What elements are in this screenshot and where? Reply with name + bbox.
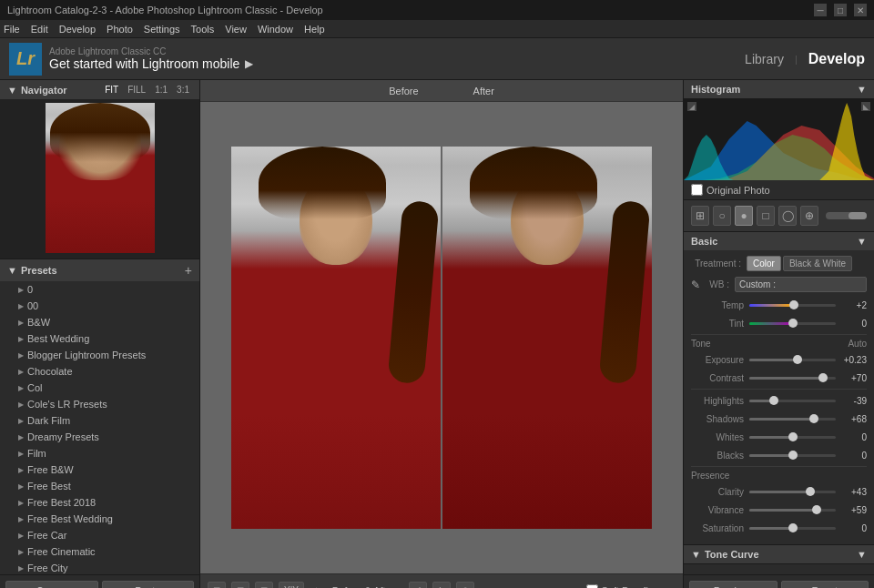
auto-tone-button[interactable]: Auto [848,339,867,349]
survey-view-button[interactable]: Y|Y [279,582,304,588]
tint-value: 0 [839,319,867,329]
close-button[interactable]: ✕ [854,4,867,16]
tone-curve-section: ▼ Tone Curve ▼ [684,545,874,564]
crop-tool-icon[interactable]: ⊞ [691,206,709,226]
list-item[interactable]: ▶Free Cinematic [0,543,199,560]
list-item[interactable]: ▶Free Best 2018 [0,494,199,511]
list-item[interactable]: ▶Free Best Wedding [0,511,199,527]
library-nav[interactable]: Library [745,52,784,66]
zoom-fill[interactable]: FILL [125,84,148,96]
navigator-collapse-icon[interactable]: ▼ [7,85,17,96]
maximize-button[interactable]: □ [834,4,847,16]
zoom-fit[interactable]: FIT [102,84,121,96]
wb-selector[interactable]: Custom : [735,277,867,292]
adjustment-brush-icon[interactable]: ⊕ [800,206,818,226]
shadows-slider[interactable] [749,418,836,421]
list-item[interactable]: ▶Chocolate [0,363,199,380]
zoom-1-1[interactable]: 1:1 [152,84,170,96]
list-item[interactable]: ▶Free Car [0,527,199,543]
list-item[interactable]: ▶Free Best [0,478,199,494]
left-panel: ▼ Navigator FIT FILL 1:1 3:1 [0,80,200,588]
menu-edit[interactable]: Edit [31,24,48,35]
list-item[interactable]: ▶Dark Film [0,412,199,429]
before-after-toggle-button[interactable]: ⇆ [432,582,451,588]
original-photo-checkbox[interactable] [691,184,703,196]
compare-view-button[interactable]: ⊠ [255,582,273,588]
red-eye-icon[interactable]: ● [735,206,753,226]
tone-curve-collapse-icon[interactable]: ▼ [691,549,701,560]
whites-slider[interactable] [749,436,836,439]
blacks-label: Blacks [691,451,744,461]
blacks-slider[interactable] [749,454,836,457]
tone-curve-header: ▼ Tone Curve ▼ [684,545,874,563]
whites-label: Whites [691,432,744,442]
exposure-value: +0.23 [839,355,867,365]
menu-view[interactable]: View [225,24,247,35]
list-item[interactable]: ▶Film [0,445,199,461]
zoom-3-1[interactable]: 3:1 [174,84,192,96]
previous-button[interactable]: Previous [689,581,777,588]
list-item[interactable]: ▶B&W [0,314,199,330]
radial-filter-icon[interactable]: ◯ [778,206,797,226]
menu-settings[interactable]: Settings [144,24,180,35]
list-item[interactable]: ▶Dreamy Presets [0,429,199,445]
vibrance-slider[interactable] [749,509,836,512]
highlights-slider[interactable] [749,400,836,402]
minimize-button[interactable]: ─ [814,4,827,16]
reset-button[interactable]: Reset [781,581,869,588]
shadows-slider-row: Shadows +68 [691,411,867,426]
histogram-collapse-icon[interactable]: ▼ [857,84,867,95]
menu-develop[interactable]: Develop [59,24,96,35]
soft-proofing-checkbox[interactable] [586,584,598,588]
list-item[interactable]: ▶Best Wedding [0,330,199,347]
basic-collapse-icon[interactable]: ▼ [857,236,867,247]
vibrance-value: +59 [839,505,867,515]
window-controls[interactable]: ─ □ ✕ [814,4,867,16]
spot-removal-icon[interactable]: ○ [713,206,731,226]
clarity-slider[interactable] [749,491,836,493]
menu-file[interactable]: File [4,24,20,35]
list-item[interactable]: ▶Col [0,380,199,396]
navigator-title: ▼ Navigator [7,85,67,96]
presets-list: ▶0 ▶00 ▶B&W ▶Best Wedding ▶Blogger Light… [0,281,199,574]
menu-window[interactable]: Window [258,24,293,35]
tint-label: Tint [691,319,744,329]
list-item[interactable]: ▶Free City [0,560,199,574]
tone-curve-expand-icon[interactable]: ▼ [857,549,867,560]
play-icon[interactable]: ▶ [245,57,253,70]
contrast-slider[interactable] [749,377,836,380]
copy-button[interactable]: Copy... [5,581,98,588]
panel-slider[interactable] [826,212,867,219]
add-preset-button[interactable]: + [185,263,192,278]
paste-button[interactable]: Paste [102,581,195,588]
copy-settings-button[interactable]: ⊕ [456,582,474,588]
menu-photo[interactable]: Photo [107,24,133,35]
exposure-slider[interactable] [749,359,836,361]
color-treatment-button[interactable]: Color [747,256,781,271]
menu-help[interactable]: Help [304,24,325,35]
presets-collapse-icon[interactable]: ▼ [7,265,17,276]
list-item[interactable]: ▶Cole's LR Presets [0,396,199,412]
loupe-view-button[interactable]: ⊟ [231,582,249,588]
list-item[interactable]: ▶00 [0,298,199,314]
before-after-swap-button[interactable]: ⇄ [409,582,427,588]
list-item[interactable]: ▶Blogger Lightroom Presets [0,347,199,363]
clarity-label: Clarity [691,487,744,497]
presets-header: ▼ Presets + [0,259,199,281]
list-item[interactable]: ▶Free B&W [0,461,199,478]
menu-tools[interactable]: Tools [191,24,215,35]
list-item[interactable]: ▶0 [0,281,199,298]
navigator-panel: ▼ Navigator FIT FILL 1:1 3:1 [0,80,199,259]
mobile-prompt-text: Get started with Lightroom mobile [49,56,239,71]
contrast-label: Contrast [691,373,744,383]
temp-slider[interactable] [749,304,836,307]
eyedropper-icon[interactable]: ✎ [691,279,700,291]
before-after-label: Before & After : [332,585,401,589]
graduated-filter-icon[interactable]: □ [757,206,775,226]
grid-view-button[interactable]: ⊞ [208,582,226,588]
saturation-slider[interactable] [749,527,836,530]
develop-nav[interactable]: Develop [808,51,865,67]
exposure-slider-row: Exposure +0.23 [691,352,867,367]
bw-treatment-button[interactable]: Black & White [783,256,852,271]
tint-slider[interactable] [749,322,836,325]
